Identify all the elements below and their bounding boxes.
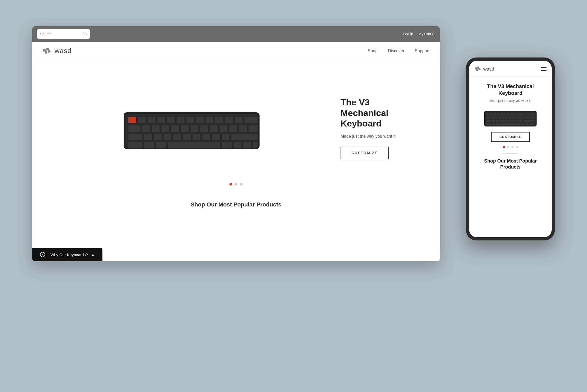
svg-rect-34: [128, 134, 142, 140]
phone-logo-text: wasd: [483, 66, 494, 72]
hero-image-area: [53, 102, 330, 154]
popular-section-title-area: Shop Our Most Popular Products: [32, 196, 440, 211]
svg-rect-100: [500, 123, 520, 125]
svg-rect-87: [492, 120, 495, 122]
svg-rect-96: [523, 120, 535, 122]
close-why-bar[interactable]: ✕: [40, 252, 45, 257]
carousel-dot-2[interactable]: [235, 183, 237, 186]
desktop-browser: Log in My Cart () wasd Shop: [32, 26, 440, 261]
hero-subtitle: Made just the way you want it.: [341, 134, 419, 139]
svg-rect-77: [501, 117, 504, 119]
svg-rect-42: [212, 134, 220, 140]
svg-rect-5: [48, 50, 51, 53]
phone-dot-2[interactable]: [507, 146, 509, 148]
svg-rect-59: [486, 113, 489, 116]
svg-rect-97: [486, 123, 491, 125]
svg-rect-94: [516, 120, 519, 122]
phone-header: wasd: [469, 61, 552, 77]
svg-rect-45: [128, 142, 142, 148]
carousel-dot-1[interactable]: [229, 183, 232, 186]
svg-rect-103: [529, 123, 531, 125]
svg-rect-86: [486, 120, 491, 122]
svg-rect-28: [200, 125, 208, 132]
svg-rect-10: [148, 117, 156, 123]
phone-logo: wasd: [474, 65, 494, 73]
svg-rect-4: [44, 51, 48, 54]
svg-rect-51: [243, 142, 251, 148]
svg-rect-69: [520, 113, 523, 116]
search-icon: [83, 32, 87, 36]
svg-rect-75: [494, 117, 497, 119]
carousel-dot-3[interactable]: [240, 183, 243, 186]
phone-dot-4[interactable]: [516, 146, 518, 148]
why-bar-label: Why Our Keyboards?: [50, 252, 88, 257]
main-nav: wasd Shop Discover Support: [32, 42, 440, 60]
svg-rect-76: [498, 117, 500, 119]
svg-rect-52: [253, 142, 257, 148]
svg-rect-82: [518, 117, 521, 119]
section-title: Shop Our Most Popular Products: [53, 196, 419, 211]
nav-links: Shop Discover Support: [368, 49, 429, 53]
phone-dot-3[interactable]: [511, 146, 514, 148]
nav-item-support[interactable]: Support: [415, 49, 429, 53]
svg-rect-32: [239, 125, 247, 132]
phone-section-title: Shop Our Most Popular Products: [474, 158, 546, 170]
cart-link[interactable]: My Cart (): [418, 32, 435, 36]
phone-hero-subtitle: Made just the way you want it.: [490, 99, 532, 103]
svg-rect-85: [528, 117, 535, 119]
svg-rect-27: [191, 125, 198, 132]
svg-rect-62: [497, 113, 499, 116]
svg-rect-31: [229, 125, 237, 132]
svg-rect-8: [128, 117, 136, 123]
svg-rect-33: [249, 125, 257, 132]
svg-rect-16: [206, 117, 214, 123]
svg-rect-65: [507, 113, 509, 116]
phone-carousel-dots: [503, 146, 518, 148]
svg-rect-24: [162, 125, 169, 132]
carousel-dots: [229, 178, 243, 188]
search-input[interactable]: [40, 32, 81, 36]
svg-rect-38: [173, 134, 181, 140]
svg-rect-67: [514, 113, 516, 116]
svg-rect-101: [521, 123, 525, 125]
login-link[interactable]: Log in: [403, 32, 413, 36]
phone-logo-icon: [474, 65, 482, 73]
nav-item-discover[interactable]: Discover: [388, 49, 404, 53]
svg-rect-81: [515, 117, 517, 119]
search-bar[interactable]: [37, 29, 90, 39]
nav-item-shop[interactable]: Shop: [368, 49, 377, 53]
customize-button[interactable]: CUSTOMIZE: [341, 147, 389, 159]
svg-rect-21: [128, 125, 140, 132]
svg-rect-13: [177, 117, 185, 123]
phone-dot-1[interactable]: [503, 146, 505, 148]
svg-rect-78: [505, 117, 507, 119]
svg-rect-56: [478, 68, 481, 70]
keyboard-image: [118, 102, 265, 154]
svg-rect-35: [144, 134, 152, 140]
svg-rect-20: [244, 117, 257, 123]
hamburger-line-1: [541, 67, 546, 68]
svg-rect-29: [210, 125, 218, 132]
svg-rect-104: [532, 123, 535, 125]
svg-rect-88: [496, 120, 498, 122]
browser-nav-right: Log in My Cart (): [403, 32, 435, 36]
svg-rect-37: [164, 134, 171, 140]
logo[interactable]: wasd: [43, 46, 72, 56]
svg-rect-43: [222, 134, 229, 140]
phone-customize-button[interactable]: CUSTOMIZE: [491, 132, 530, 142]
svg-rect-98: [492, 123, 496, 125]
svg-rect-40: [193, 134, 200, 140]
hamburger-menu[interactable]: [541, 67, 546, 71]
hamburger-line-3: [541, 70, 546, 71]
why-bar-chevron: ▲: [91, 252, 95, 257]
svg-rect-26: [181, 125, 189, 132]
svg-rect-30: [220, 125, 227, 132]
hero-title: The V3 Mechanical Keyboard: [341, 97, 419, 129]
svg-rect-36: [154, 134, 162, 140]
phone-hero-title: The V3 Mechanical Keyboard: [474, 83, 546, 96]
svg-rect-12: [167, 117, 175, 123]
svg-rect-95: [519, 120, 522, 122]
svg-rect-14: [186, 117, 194, 123]
why-keyboards-bar[interactable]: ✕ Why Our Keyboards? ▲: [32, 248, 102, 261]
svg-rect-83: [522, 117, 524, 119]
